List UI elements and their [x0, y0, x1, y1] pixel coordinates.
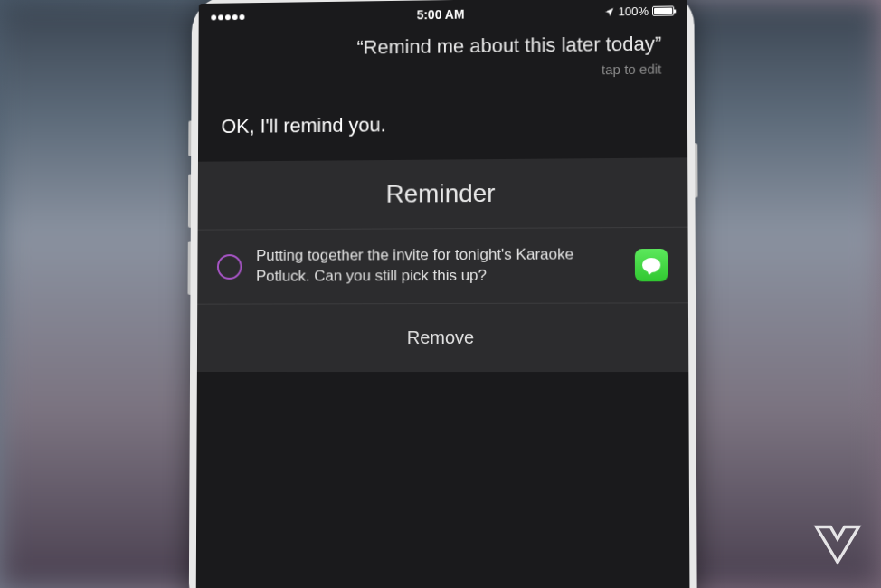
reminder-text: Putting together the invite for tonight'… — [256, 244, 620, 287]
volume-up-button — [188, 175, 191, 228]
status-time: 5:00 AM — [417, 6, 465, 22]
speech-bubble-icon — [642, 258, 660, 272]
reminder-card: Reminder Putting together the invite for… — [197, 157, 688, 372]
cellular-signal-icon — [211, 14, 244, 20]
reminder-item[interactable]: Putting together the invite for tonight'… — [197, 228, 688, 305]
battery-percent: 100% — [618, 5, 649, 18]
iphone-frame: 5:00 AM 100% “Remind me about this later… — [189, 0, 697, 588]
volume-down-button — [188, 242, 191, 295]
tap-to-edit-hint[interactable]: tap to edit — [198, 59, 687, 100]
reminder-checkbox[interactable] — [217, 254, 242, 280]
siri-query-text[interactable]: “Remind me about this later today” — [198, 24, 687, 64]
messages-app-icon[interactable] — [635, 249, 668, 281]
mute-switch — [188, 121, 191, 156]
siri-response-text: OK, I'll remind you. — [198, 94, 687, 162]
remove-button[interactable]: Remove — [197, 303, 688, 372]
battery-icon — [652, 6, 674, 16]
reminder-title: Reminder — [198, 157, 688, 230]
verge-watermark-icon — [812, 523, 863, 570]
location-icon — [603, 6, 614, 17]
power-button — [695, 143, 697, 197]
phone-screen: 5:00 AM 100% “Remind me about this later… — [196, 0, 690, 588]
